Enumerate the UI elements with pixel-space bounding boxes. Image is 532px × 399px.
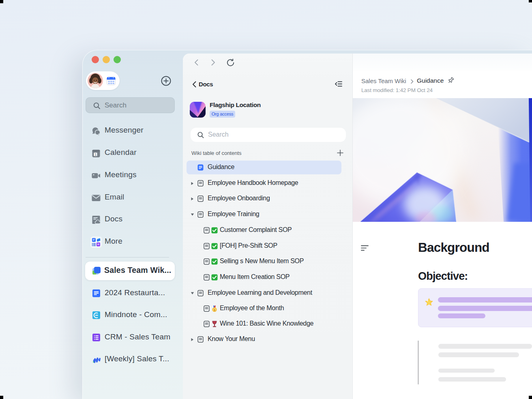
svg-text:1: 1 [94,152,97,156]
svg-text:1: 1 [214,308,216,311]
